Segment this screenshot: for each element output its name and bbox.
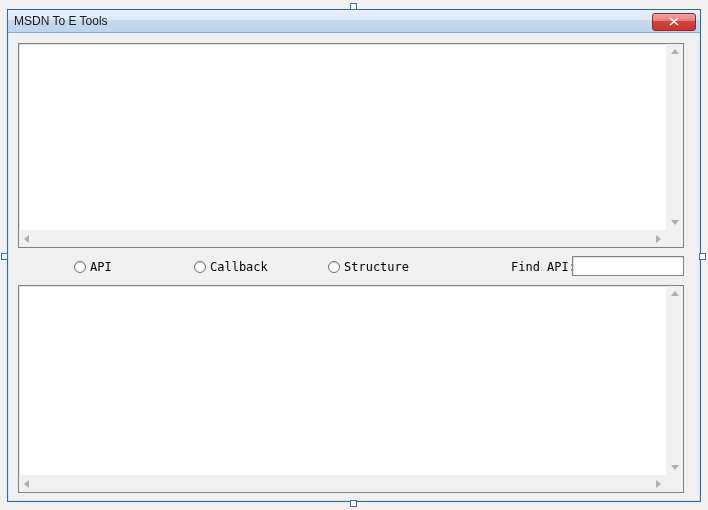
window-title: MSDN To E Tools [14, 14, 652, 28]
output-text[interactable] [21, 288, 665, 474]
close-button[interactable] [652, 13, 696, 31]
radio-callback[interactable]: Callback [194, 259, 268, 275]
horizontal-scrollbar[interactable] [19, 230, 666, 247]
resize-handle-top[interactable] [350, 3, 357, 10]
scroll-left-icon [24, 235, 29, 243]
radio-icon [74, 261, 86, 273]
source-textarea[interactable] [18, 43, 684, 248]
scroll-down-icon [671, 220, 679, 225]
title-bar[interactable]: MSDN To E Tools [8, 10, 700, 33]
scroll-left-icon [24, 480, 29, 488]
resize-handle-right[interactable] [699, 253, 706, 260]
vertical-scrollbar[interactable] [666, 286, 683, 475]
radio-structure[interactable]: Structure [328, 259, 409, 275]
radio-api-label: API [90, 260, 112, 274]
options-bar: API Callback Structure Find API: [18, 255, 684, 279]
radio-structure-label: Structure [344, 260, 409, 274]
radio-api[interactable]: API [74, 259, 112, 275]
radio-icon [194, 261, 206, 273]
source-text[interactable] [21, 46, 665, 229]
scroll-down-icon [671, 465, 679, 470]
find-api-label: Find API: [511, 260, 576, 274]
find-api-input[interactable] [572, 256, 684, 276]
output-textarea[interactable] [18, 285, 684, 493]
horizontal-scrollbar[interactable] [19, 475, 666, 492]
client-area: API Callback Structure Find API: [9, 34, 699, 500]
close-icon [669, 17, 679, 26]
scroll-up-icon [671, 49, 679, 54]
form-designer-canvas: MSDN To E Tools [0, 0, 708, 510]
resize-handle-bottom[interactable] [350, 500, 357, 507]
scroll-corner [666, 475, 683, 492]
radio-callback-label: Callback [210, 260, 268, 274]
scroll-right-icon [656, 480, 661, 488]
radio-icon [328, 261, 340, 273]
vertical-scrollbar[interactable] [666, 44, 683, 230]
scroll-right-icon [656, 235, 661, 243]
scroll-up-icon [671, 291, 679, 296]
scroll-corner [666, 230, 683, 247]
resize-handle-left[interactable] [1, 253, 8, 260]
dialog-window: MSDN To E Tools [7, 9, 701, 502]
